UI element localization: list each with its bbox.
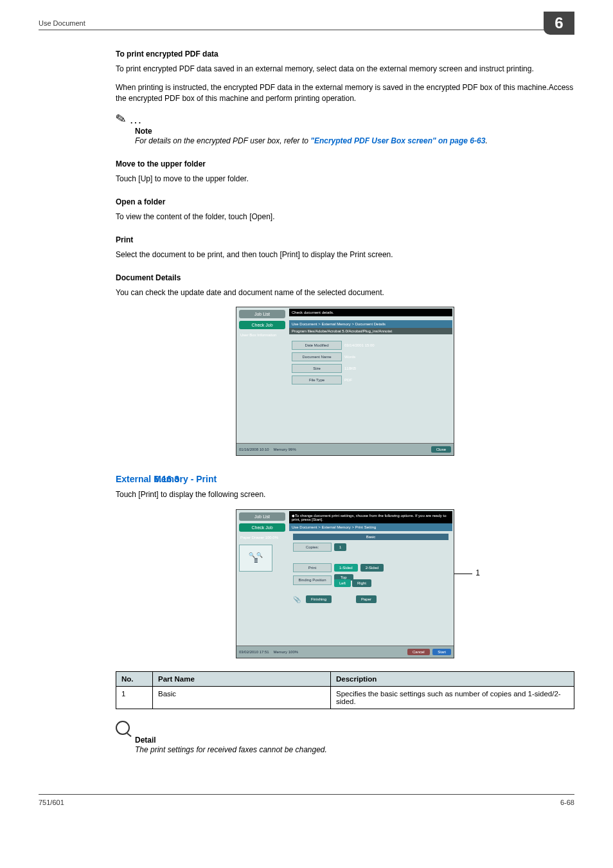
- finishing-icon: 📎: [293, 596, 301, 603]
- two-sided-button[interactable]: 2-Sided: [360, 564, 384, 572]
- row-desc: Specifies the basic settings such as num…: [331, 687, 574, 709]
- bind-left-button[interactable]: Left: [334, 579, 351, 587]
- open-p: To view the content of the folder, touch…: [116, 212, 574, 222]
- col-desc-header: Description: [331, 672, 574, 687]
- timestamp: 01/16/2008 10:10: [239, 448, 269, 451]
- section-number: 6.16.3: [154, 474, 179, 484]
- path-bar: Program files/Adobe/Acrobat 5.0/Acrobat/…: [289, 328, 452, 334]
- sidebar-paper: Paper Drawer 100.0%: [240, 536, 284, 539]
- footer-left: 751/601: [39, 799, 64, 806]
- size-label: Size: [292, 364, 342, 373]
- heading-encrypted: To print encrypted PDF data: [116, 50, 574, 59]
- page-icon: ≣: [254, 558, 258, 564]
- table-row: 1 Basic Specifies the basic settings suc…: [116, 687, 574, 709]
- memory-indicator: Memory 100%: [273, 650, 298, 654]
- paper-button[interactable]: Paper: [356, 595, 377, 603]
- document-name-label: Document Name: [292, 352, 342, 361]
- footer-right: 6-68: [560, 799, 574, 806]
- heading-print: Print: [116, 235, 574, 244]
- bind-right-button[interactable]: Right: [352, 579, 371, 587]
- print-setting-screenshot: 1 Job List Check Job Paper Drawer 100.0%…: [236, 509, 454, 658]
- zoom-icon: 🔍 🔍: [249, 552, 263, 558]
- note-block: ✎... Note For details on the encrypted P…: [116, 111, 574, 147]
- basic-tab[interactable]: Basic: [293, 534, 449, 540]
- start-button[interactable]: Start: [432, 649, 451, 655]
- job-list-tab[interactable]: Job List: [239, 310, 285, 318]
- parts-table: No. Part Name Description 1 Basic Specif…: [116, 671, 574, 709]
- col-no-header: No.: [116, 672, 153, 687]
- detail-text: The print settings for received faxes ca…: [135, 745, 574, 755]
- copies-value[interactable]: 1: [334, 543, 346, 551]
- date-modified-label: Date Modified: [292, 341, 342, 350]
- chapter-badge: 6: [544, 12, 574, 35]
- section-p: Touch [Print] to display the following s…: [116, 489, 574, 500]
- job-list-tab[interactable]: Job List: [239, 512, 285, 521]
- check-job-tab[interactable]: Check Job: [239, 523, 285, 532]
- size-value: 118KB: [344, 366, 356, 370]
- heading-move: Move to the upper folder: [116, 159, 574, 168]
- heading-details: Document Details: [116, 273, 574, 282]
- title-bar: ◆To change document print settings, choo…: [289, 511, 452, 523]
- row-no: 1: [116, 687, 153, 709]
- one-sided-button[interactable]: 1-Sided: [334, 564, 358, 572]
- magnifier-icon: [116, 721, 130, 735]
- title-bar: Check document details.: [289, 309, 452, 316]
- note-dots: ...: [130, 116, 143, 125]
- callout-number: 1: [475, 568, 480, 577]
- details-p: You can check the update date and docume…: [116, 287, 574, 298]
- binding-label: Binding Position: [293, 575, 332, 585]
- col-name-header: Part Name: [153, 672, 331, 687]
- document-details-screenshot: Job List Check Job User Box Information …: [236, 307, 454, 456]
- note-post: .: [485, 136, 487, 145]
- detail-block: Detail The print settings for received f…: [116, 721, 574, 755]
- encrypted-p2: When printing is instructed, the encrypt…: [116, 82, 574, 104]
- sidebar-userbox: User Box Information: [240, 333, 284, 337]
- breadcrumb: Use Document > External Memory > Documen…: [289, 320, 452, 328]
- cancel-button[interactable]: Cancel: [407, 649, 430, 655]
- date-modified-value: 03/14/2001 15:00: [344, 343, 375, 347]
- encrypted-p1: To print encrypted PDF data saved in an …: [116, 64, 574, 75]
- note-link[interactable]: "Encrypted PDF User Box screen" on page …: [310, 136, 485, 145]
- breadcrumb: Use Document > External Memory > Print S…: [289, 523, 452, 531]
- detail-label: Detail: [135, 736, 574, 745]
- note-text: For details on the encrypted PDF user bo…: [135, 136, 574, 147]
- print-label: Print: [293, 563, 332, 572]
- close-button[interactable]: Close: [431, 446, 451, 453]
- preview-thumbnail: 🔍 🔍 ≣: [239, 545, 272, 572]
- file-type-value: PDF: [344, 378, 352, 382]
- print-p: Select the document to be print, and the…: [116, 249, 574, 260]
- memory-indicator: Memory 99%: [273, 448, 296, 451]
- note-label: Note: [135, 127, 574, 136]
- check-job-tab[interactable]: Check Job: [239, 321, 285, 329]
- file-type-label: File Type: [292, 375, 342, 384]
- copies-label: Copies:: [293, 543, 332, 552]
- finishing-button[interactable]: Finishing: [306, 595, 332, 603]
- pencil-icon: ✎: [114, 111, 128, 128]
- running-header: Use Document: [39, 19, 574, 30]
- row-name: Basic: [153, 687, 331, 709]
- heading-open: Open a folder: [116, 197, 574, 206]
- note-pre: For details on the encrypted PDF user bo…: [135, 136, 310, 145]
- document-name-value: Words: [344, 355, 355, 359]
- move-p: Touch [Up] to move to the upper folder.: [116, 174, 574, 185]
- timestamp: 03/02/2010 17:51: [239, 650, 269, 654]
